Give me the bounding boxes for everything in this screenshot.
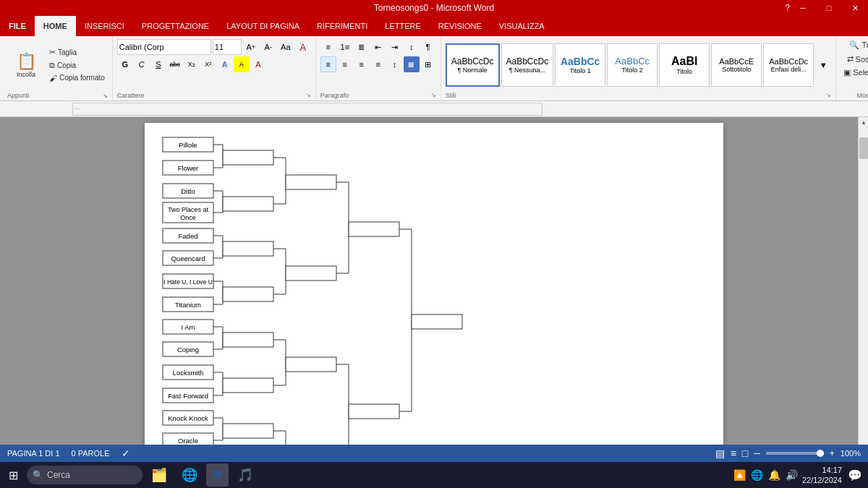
tab-file[interactable]: FILE bbox=[0, 16, 35, 36]
justify-button[interactable]: ≡ bbox=[370, 56, 386, 72]
tab-lettere[interactable]: LETTERE bbox=[376, 16, 430, 36]
copia-formato-button[interactable]: 🖌 Copia formato bbox=[46, 72, 108, 84]
tab-progettazione[interactable]: PROGETTAZIONE bbox=[133, 16, 218, 36]
seleziona-button[interactable]: ▣ Seleziona ▾ bbox=[841, 67, 868, 79]
proofing-icon[interactable]: ✓ bbox=[122, 448, 130, 459]
notification-center-button[interactable]: 💬 bbox=[845, 465, 865, 485]
tab-visualizza[interactable]: VISUALIZZA bbox=[490, 16, 553, 36]
taskbar-search-input[interactable] bbox=[27, 466, 142, 484]
tab-revisione[interactable]: REVISIONE bbox=[430, 16, 490, 36]
bold-button[interactable]: G bbox=[117, 56, 133, 72]
taskbar-app-spotify[interactable]: 🎵 bbox=[231, 463, 259, 487]
paragrafo-expand-icon[interactable]: ↘ bbox=[431, 92, 436, 99]
strikethrough-button[interactable]: abc bbox=[167, 56, 183, 72]
decrease-indent-button[interactable]: ⇤ bbox=[370, 39, 386, 55]
view-print-icon[interactable]: ▤ bbox=[715, 448, 725, 459]
font-shrink-button[interactable]: A- bbox=[260, 39, 276, 55]
increase-indent-button[interactable]: ⇥ bbox=[387, 39, 403, 55]
svg-rect-41 bbox=[223, 197, 273, 211]
style-sottotitolo[interactable]: AaBbCcE Sottotitolo bbox=[711, 43, 762, 87]
copia-button[interactable]: ⧉ Copia bbox=[46, 59, 108, 72]
subscript-button[interactable]: X₂ bbox=[184, 56, 200, 72]
stili-label: Stili ↘ bbox=[446, 90, 831, 99]
line-spacing-button[interactable]: ↕ bbox=[387, 56, 403, 72]
zoom-out-button[interactable]: ─ bbox=[754, 448, 760, 458]
underline-button[interactable]: S bbox=[150, 56, 166, 72]
sostituisci-button[interactable]: ⇄ Sostituisci bbox=[844, 53, 868, 65]
bracket-svg: Pillole Flower Ditto Two Places at Once … bbox=[159, 130, 709, 445]
taskbar-search-icon: 🔍 bbox=[33, 470, 43, 480]
tray-network-icon[interactable]: 🌐 bbox=[750, 468, 765, 482]
appunti-expand-icon[interactable]: ↘ bbox=[103, 93, 108, 99]
svg-text:Pillole: Pillole bbox=[179, 141, 197, 149]
borders-button[interactable]: ⊞ bbox=[420, 56, 436, 72]
style-enfasi[interactable]: AaBbCcDc Enfasi deli... bbox=[763, 43, 814, 87]
incolla-button[interactable]: 📋 Incolla bbox=[7, 41, 45, 89]
stili-expand-icon[interactable]: ↘ bbox=[826, 92, 831, 99]
view-web-icon[interactable]: ≡ bbox=[731, 448, 736, 459]
tab-layout[interactable]: LAYOUT DI PAGINA bbox=[218, 16, 308, 36]
view-read-icon[interactable]: □ bbox=[742, 448, 748, 459]
scroll-up-arrow[interactable]: ▲ bbox=[859, 117, 868, 127]
taglia-button[interactable]: ✂ Taglia bbox=[46, 46, 108, 59]
maximize-button[interactable]: □ bbox=[816, 0, 842, 16]
italic-button[interactable]: C bbox=[134, 56, 150, 72]
sort-button[interactable]: ↕ bbox=[404, 39, 420, 55]
carattere-group: A+ A- Aa A G C S abc X₂ X² A A A Caratte… bbox=[113, 36, 316, 100]
font-size-input[interactable] bbox=[213, 39, 242, 55]
align-center-button[interactable]: ≡ bbox=[337, 56, 353, 72]
tray-notification-icon[interactable]: 🔔 bbox=[767, 468, 782, 482]
style-titolo[interactable]: AaBl Titolo bbox=[659, 43, 710, 87]
tray-overflow-icon[interactable]: 🔼 bbox=[733, 468, 747, 482]
carattere-expand-icon[interactable]: ↘ bbox=[306, 92, 311, 99]
taskbar-app-chrome[interactable]: 🌐 bbox=[176, 463, 203, 487]
taskbar: ⊞ 🔍 🗂️ 🌐 W 🎵 🔼 🌐 🔔 🔊 14:17 22/12/2024 💬 bbox=[0, 462, 868, 488]
clock-display[interactable]: 14:17 22/12/2024 bbox=[802, 465, 842, 486]
text-color-button[interactable]: A bbox=[217, 56, 233, 72]
align-right-button[interactable]: ≡ bbox=[354, 56, 370, 72]
start-button[interactable]: ⊞ bbox=[3, 463, 24, 487]
highlight-button[interactable]: A bbox=[234, 56, 250, 72]
stili-group: AaBbCcDc ¶ Normale AaBbCcDc ¶ Nessuna...… bbox=[441, 36, 836, 100]
svg-rect-93 bbox=[412, 314, 462, 329]
style-normale[interactable]: AaBbCcDc ¶ Normale bbox=[446, 43, 500, 87]
svg-text:Queencard: Queencard bbox=[171, 254, 205, 262]
svg-text:Knock Knock: Knock Knock bbox=[168, 414, 208, 422]
minimize-button[interactable]: ─ bbox=[790, 0, 816, 16]
styles-scroll-down[interactable]: ▼ bbox=[815, 57, 831, 73]
show-marks-button[interactable]: ¶ bbox=[420, 39, 436, 55]
bullets-button[interactable]: ≡ bbox=[320, 39, 336, 55]
help-button[interactable]: ? bbox=[785, 3, 790, 13]
tab-riferimenti[interactable]: RIFERIMENTI bbox=[308, 16, 376, 36]
svg-text:Fast Forward: Fast Forward bbox=[168, 392, 208, 400]
page-info: PAGINA 1 DI 1 bbox=[7, 449, 60, 458]
zoom-slider[interactable] bbox=[766, 452, 824, 455]
font-name-input[interactable] bbox=[117, 39, 211, 55]
time: 14:17 bbox=[802, 465, 842, 475]
copy-icon: ⧉ bbox=[49, 61, 55, 70]
scroll-thumb[interactable] bbox=[859, 137, 868, 159]
zoom-in-button[interactable]: + bbox=[830, 448, 835, 458]
tab-home[interactable]: HOME bbox=[35, 16, 76, 36]
change-case-button[interactable]: Aa bbox=[278, 39, 294, 55]
multilevel-button[interactable]: ≣ bbox=[354, 39, 370, 55]
vertical-scrollbar[interactable]: ▲ bbox=[858, 117, 868, 445]
tray-volume-icon[interactable]: 🔊 bbox=[785, 468, 799, 482]
modifica-group: 🔍 Trova ▾ ⇄ Sostituisci ▣ Seleziona ▾ Mo… bbox=[836, 36, 868, 100]
taskbar-app-word[interactable]: W bbox=[206, 463, 229, 487]
font-color-button[interactable]: A bbox=[250, 56, 266, 72]
trova-button[interactable]: 🔍 Trova ▾ bbox=[846, 39, 868, 51]
clear-format-button[interactable]: A bbox=[295, 39, 311, 55]
shading-button[interactable]: ▩ bbox=[404, 56, 420, 72]
taskbar-app-explorer[interactable]: 🗂️ bbox=[145, 463, 173, 487]
style-nessuna[interactable]: AaBbCcDc ¶ Nessuna... bbox=[501, 43, 554, 87]
align-left-button[interactable]: ≡ bbox=[320, 56, 336, 72]
style-titolo1[interactable]: AaBbCc Titolo 1 bbox=[555, 43, 605, 87]
superscript-button[interactable]: X² bbox=[200, 56, 216, 72]
style-titolo2[interactable]: AaBbCc Titolo 2 bbox=[607, 43, 658, 87]
font-grow-button[interactable]: A+ bbox=[243, 39, 259, 55]
numbering-button[interactable]: 1≡ bbox=[337, 39, 353, 55]
close-button[interactable]: ✕ bbox=[842, 0, 868, 16]
replace-icon: ⇄ bbox=[847, 54, 854, 64]
tab-inserisci[interactable]: INSERISCI bbox=[76, 16, 133, 36]
